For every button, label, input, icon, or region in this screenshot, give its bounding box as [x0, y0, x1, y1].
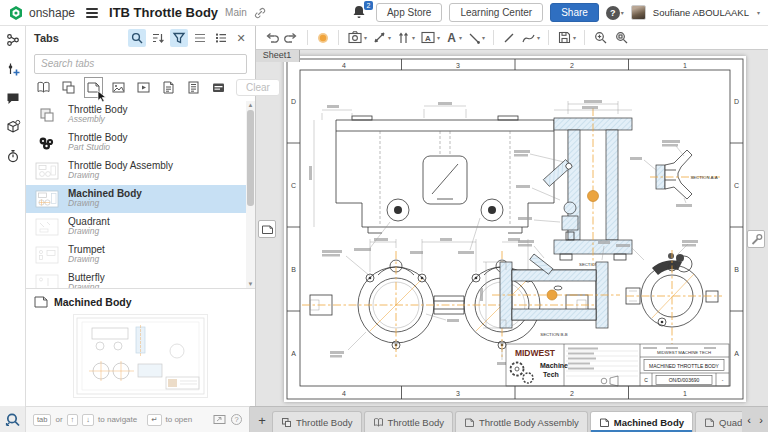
filter-icon[interactable]: [170, 29, 188, 47]
drawing-sheet: .ol{stroke:#383838;stroke-width:.8;fill:…: [284, 56, 746, 402]
scroll-tabs-left-icon[interactable]: ‹: [744, 414, 754, 426]
sort-icon[interactable]: [149, 29, 167, 47]
record-indicator-icon[interactable]: [314, 28, 332, 48]
panel-footer-hints: tab or ↑ ↓ to navigate ↵ to open ?: [26, 406, 250, 432]
svg-text:MACHINED THROTTLE BODY: MACHINED THROTTLE BODY: [649, 363, 720, 369]
insert-view-button[interactable]: ▾: [345, 28, 369, 48]
share-button[interactable]: Share: [550, 3, 599, 22]
sheets-panel-toggle-icon[interactable]: [258, 220, 276, 238]
workspace-label[interactable]: Main: [225, 7, 247, 18]
onshape-logo-icon[interactable]: [8, 5, 24, 21]
list-item[interactable]: Trumpet Drawing: [26, 241, 255, 269]
preview-title: Machined Body: [54, 296, 132, 308]
leader-line-button[interactable]: ▾: [465, 28, 487, 48]
scrollbar-thumb[interactable]: [247, 110, 254, 206]
doc-tab-throttle-body-assembly-drawing[interactable]: Throttle Body Assembly: [455, 411, 588, 432]
notifications-bell-icon[interactable]: 2: [351, 4, 369, 22]
list-item[interactable]: Throttle Body Part Studio: [26, 129, 255, 157]
note-button[interactable]: A ▾: [418, 28, 442, 48]
filter-pdf-icon[interactable]: [161, 79, 176, 96]
search-everywhere-icon[interactable]: [0, 406, 26, 432]
drawing-thumbnail: [34, 190, 60, 208]
spline-tool-button[interactable]: ▾: [519, 28, 542, 48]
filter-image-icon[interactable]: [111, 79, 126, 96]
app-store-button[interactable]: App Store: [376, 3, 442, 22]
front-view: [309, 102, 573, 254]
help-icon[interactable]: ?: [606, 6, 620, 20]
filter-dwg-icon[interactable]: [211, 79, 226, 96]
svg-text:MIDWEST MACHINE TECH: MIDWEST MACHINE TECH: [657, 350, 711, 355]
filter-drawing-icon[interactable]: [86, 79, 101, 96]
comments-icon[interactable]: [4, 89, 22, 107]
key-down: ↓: [82, 414, 94, 426]
search-input[interactable]: [34, 54, 247, 74]
document-tab-bar: + Throttle Body Throttle Body Throttle B…: [250, 406, 768, 432]
detail-list-view-icon[interactable]: [212, 29, 230, 47]
redo-button[interactable]: [282, 28, 301, 48]
assembly-icon: [281, 417, 292, 428]
follow-mode-icon[interactable]: [4, 60, 22, 78]
search-icon[interactable]: [128, 29, 146, 47]
tabs-panel: Tabs ✕: [26, 26, 256, 406]
assembly-icon: [34, 106, 60, 124]
svg-text:D: D: [291, 98, 296, 105]
clear-filters-button[interactable]: Clear: [236, 79, 280, 96]
drawing-icon: [599, 417, 610, 428]
svg-text:1: 1: [683, 62, 687, 69]
link-icon[interactable]: [254, 7, 266, 19]
doc-tab-throttle-body-assembly-type[interactable]: Throttle Body: [272, 411, 362, 432]
scroll-tabs-right-icon[interactable]: ›: [756, 414, 766, 426]
dimension-button[interactable]: ▾: [370, 28, 393, 48]
avatar[interactable]: [631, 5, 646, 20]
search-box: [34, 53, 247, 74]
close-icon[interactable]: ✕: [233, 32, 249, 45]
filter-document-icon[interactable]: [186, 79, 201, 96]
list-item[interactable]: Throttle Body Assembly: [26, 101, 255, 129]
list-item[interactable]: Butterfly Drawing: [26, 269, 255, 289]
undo-button[interactable]: [262, 28, 281, 48]
add-tab-button[interactable]: +: [252, 408, 272, 432]
help-menu[interactable]: ? ▾: [606, 6, 624, 20]
zoom-window-button[interactable]: [591, 28, 611, 48]
line-tool-button[interactable]: [500, 28, 518, 48]
text-button[interactable]: A ▾: [443, 28, 464, 48]
drawing-icon: [34, 296, 48, 308]
learning-center-button[interactable]: Learning Center: [449, 3, 543, 22]
drawing-thumbnail: [34, 162, 60, 180]
doc-tab-throttle-body-partstudio[interactable]: Throttle Body: [364, 411, 454, 432]
title-block: MIDWEST Machine Tech MIDWEST MACHINE TEC…: [506, 344, 729, 386]
doc-tab-machined-body[interactable]: Machined Body: [590, 411, 693, 432]
ordinate-dimension-button[interactable]: ▾: [394, 28, 417, 48]
versions-history-icon[interactable]: [4, 31, 22, 49]
tools-wrench-icon[interactable]: [747, 230, 765, 248]
filter-assembly-icon[interactable]: [61, 79, 76, 96]
svg-text:MIDWEST: MIDWEST: [515, 348, 556, 358]
list-view-icon[interactable]: [191, 29, 209, 47]
list-item-selected[interactable]: Machined Body Drawing: [26, 185, 255, 213]
hamburger-menu-icon[interactable]: [86, 8, 98, 18]
parts-cube-icon[interactable]: [4, 118, 22, 136]
zoom-fit-button[interactable]: [612, 28, 632, 48]
svg-text:3: 3: [456, 62, 460, 69]
tab-scroll-arrows: ‹ ›: [742, 407, 768, 432]
filter-part-studio-icon[interactable]: [36, 79, 51, 96]
svg-text:A: A: [734, 350, 739, 357]
drawing-icon: [464, 417, 475, 428]
list-item[interactable]: Throttle Body Assembly Drawing: [26, 157, 255, 185]
preview-thumbnail[interactable]: [73, 314, 208, 398]
document-title: ITB Throttle Body: [109, 5, 218, 20]
performance-clock-icon[interactable]: [4, 147, 22, 165]
help-icon[interactable]: ?: [231, 414, 242, 425]
drawing-thumbnail: [34, 246, 60, 264]
open-in-window-icon[interactable]: [213, 414, 226, 425]
chevron-down-icon: ▾: [757, 9, 760, 16]
export-button[interactable]: ▾: [555, 28, 578, 48]
user-name[interactable]: Soufiane ABOULAAKL: [653, 7, 749, 18]
top-bar: onshape ITB Throttle Body Main 2 App Sto…: [0, 0, 768, 26]
drawing-canvas[interactable]: Sheet1 .ol{stroke:#383838;stroke-width:.…: [256, 50, 768, 406]
list-item[interactable]: Quadrant Drawing: [26, 213, 255, 241]
drawing-thumbnail: [34, 218, 60, 236]
filter-video-icon[interactable]: [136, 79, 151, 96]
svg-text:C: C: [734, 182, 739, 189]
svg-text:Machine: Machine: [540, 362, 568, 369]
